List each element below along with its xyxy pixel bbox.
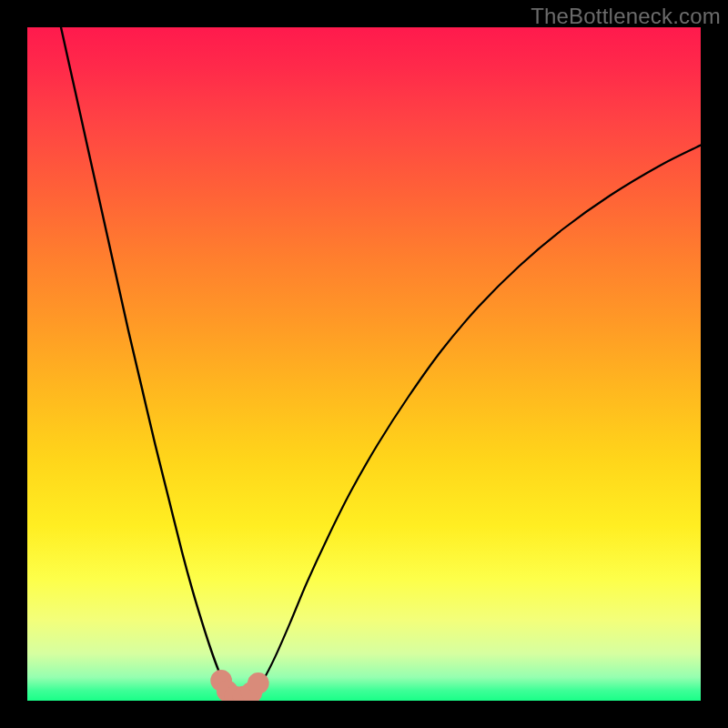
curve-layer	[27, 27, 701, 701]
left-curve	[61, 27, 232, 695]
chart-frame: TheBottleneck.com	[0, 0, 728, 728]
trough-markers	[210, 670, 268, 701]
right-curve	[253, 146, 701, 696]
watermark-text: TheBottleneck.com	[531, 4, 721, 29]
plot-area	[27, 27, 701, 701]
trough-marker	[248, 672, 269, 694]
